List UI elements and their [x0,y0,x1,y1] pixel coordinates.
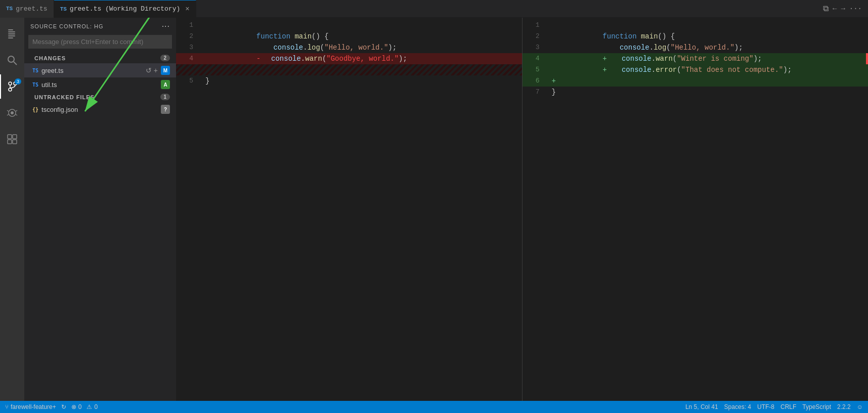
sidebar-more-button[interactable]: ··· [162,22,170,31]
errors-status[interactable]: ⊗ 0 [71,403,82,410]
util-ts-badge: A [161,80,170,89]
branch-status[interactable]: ⑂ farewell-feature+ [5,403,56,410]
svg-point-5 [8,56,14,62]
svg-rect-18 [8,140,12,144]
version-status[interactable]: 2.2.2 [837,403,851,410]
untracked-count-badge: 1 [160,94,170,100]
right-line-6-added: 6 + [523,75,869,87]
right-code-area[interactable]: 1 2 function main() { 3 console.log("Hel… [523,18,869,401]
svg-point-9 [9,88,12,91]
tab-greet-ts[interactable]: TS greet.ts [0,0,54,18]
sync-icon: ↻ [61,403,66,410]
filename-util-ts: util.ts [41,81,158,89]
untracked-section-label: UNTRACKED FILES 1 [24,92,176,102]
spaces-label: Spaces: 4 [724,403,751,410]
file-item-util-ts[interactable]: TS util.ts A [24,77,176,92]
more-actions-icon[interactable]: ··· [849,5,862,13]
svg-line-6 [14,62,17,65]
filename-greet-ts: greet.ts [41,67,143,74]
file-item-tsconfig[interactable]: {} tsconfig.json ? [24,102,176,116]
file-item-greet-ts[interactable]: TS greet.ts ↺ + M [24,63,176,77]
language-status[interactable]: TypeScript [802,403,831,410]
warnings-count: 0 [94,403,98,410]
errors-icon: ⊗ [71,403,76,410]
eol-status[interactable]: CRLF [780,403,796,410]
cursor-position[interactable]: Ln 5, Col 41 [685,403,718,410]
svg-rect-17 [13,135,17,139]
main-area: 3 SOURCE CONTROL: HG ··· [0,18,868,401]
tab-bar-right-actions: ⧉ ← → ··· [823,4,868,14]
source-control-badge: 3 [15,78,21,85]
encoding-status[interactable]: UTF-8 [757,403,774,410]
right-editor-pane: 1 2 function main() { 3 console.log("Hel… [522,18,869,401]
svg-rect-4 [8,37,13,38]
status-bar-right: Ln 5, Col 41 Spaces: 4 UTF-8 CRLF TypeSc… [685,403,863,410]
left-editor-pane: 1 2 function main() { 3 console.log("Hel… [176,18,522,401]
revert-icon[interactable]: ↺ [146,66,152,74]
tab-greet-ts-working-label: greet.ts (Working Directory) [70,5,180,13]
warnings-icon: ⚠ [86,403,92,410]
file-type-icon-util: TS [32,82,38,88]
left-line-4-removed: 4 - console.warn("Goodbye, world."); [176,53,522,64]
changes-count-badge: 2 [160,55,170,61]
ts-icon: TS [6,6,13,12]
activity-debug[interactable] [0,101,24,125]
right-line-7: 7 } [523,87,869,98]
tab-close-button[interactable]: × [185,5,189,13]
sidebar: SOURCE CONTROL: HG ··· CHANGES 2 TS gree… [24,18,176,401]
activity-search[interactable] [0,48,24,72]
language-label: TypeScript [802,403,831,410]
activity-extensions[interactable] [0,127,24,151]
commit-message-input[interactable] [28,35,172,49]
changes-section-label: CHANGES 2 [24,53,176,63]
activity-explorer[interactable] [0,22,24,46]
stage-icon[interactable]: + [154,66,158,74]
svg-rect-19 [13,140,17,144]
errors-count: 0 [78,403,82,410]
branch-name: farewell-feature+ [11,403,56,410]
svg-rect-3 [8,35,15,36]
activity-bar: 3 [0,18,24,401]
changes-label: CHANGES [34,55,66,61]
status-bar: ⑂ farewell-feature+ ↻ ⊗ 0 ⚠ 0 Ln 5, Col … [0,401,868,413]
svg-point-7 [9,82,12,85]
smiley-status[interactable]: ☺ [857,403,863,410]
ts-icon-working: TS [60,6,67,12]
svg-point-11 [11,111,14,114]
left-code-area[interactable]: 1 2 function main() { 3 console.log("Hel… [176,18,522,401]
warnings-status[interactable]: ⚠ 0 [86,403,98,410]
branch-icon: ⑂ [5,403,9,410]
smiley-icon: ☺ [857,403,863,410]
tab-greet-ts-label: greet.ts [16,5,47,13]
status-bar-left: ⑂ farewell-feature+ ↻ ⊗ 0 ⚠ 0 [5,403,98,410]
navigate-forward-icon[interactable]: → [841,5,845,13]
tab-bar: TS greet.ts TS greet.ts (Working Directo… [0,0,868,18]
indentation-status[interactable]: Spaces: 4 [724,403,751,410]
greet-ts-badge: M [161,66,170,75]
version-label: 2.2.2 [837,403,851,410]
svg-rect-2 [8,33,15,34]
svg-rect-0 [8,29,13,30]
position-label: Ln 5, Col 41 [685,403,718,410]
right-line-5-added: 5 + console.error("That does not compute… [523,64,869,75]
encoding-label: UTF-8 [757,403,774,410]
sidebar-title: SOURCE CONTROL: HG [30,23,104,29]
file-actions-greet: ↺ + [146,66,158,74]
editor-area: 1 2 function main() { 3 console.log("Hel… [176,18,868,401]
filename-tsconfig: tsconfig.json [41,106,158,113]
svg-line-13 [16,110,17,111]
split-editor-icon[interactable]: ⧉ [823,4,829,14]
navigate-back-icon[interactable]: ← [833,5,837,13]
tab-greet-ts-working[interactable]: TS greet.ts (Working Directory) × [54,0,196,18]
svg-rect-1 [8,31,15,32]
sidebar-header: SOURCE CONTROL: HG ··· [24,18,176,35]
svg-line-15 [16,114,17,115]
file-type-icon-greet: TS [32,68,38,73]
svg-line-14 [7,114,9,115]
tsconfig-badge: ? [161,105,170,114]
sync-status[interactable]: ↻ [61,403,66,410]
activity-source-control[interactable]: 3 [0,74,24,99]
svg-rect-16 [8,135,12,139]
svg-line-12 [7,110,9,111]
untracked-label: UNTRACKED FILES [34,94,95,100]
